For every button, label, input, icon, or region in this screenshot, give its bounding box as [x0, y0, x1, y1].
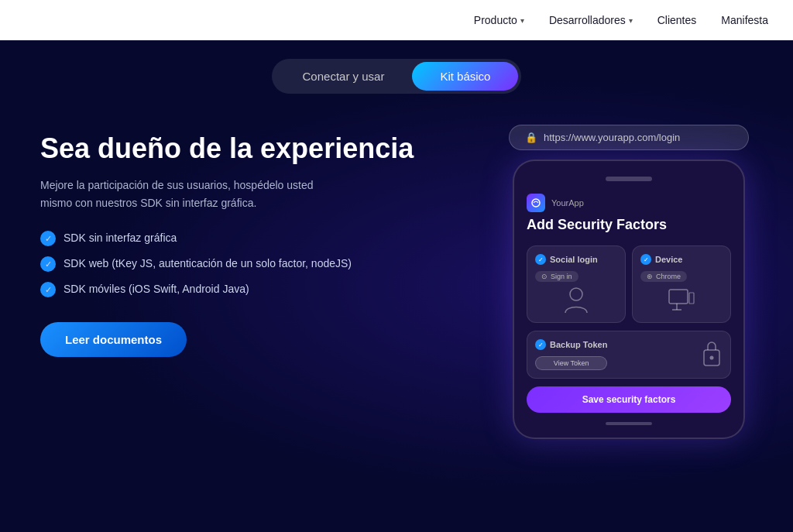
tab-conectar[interactable]: Conectar y usar	[275, 62, 413, 91]
view-token-button[interactable]: View Token	[535, 356, 607, 370]
hero-section: Sea dueño de la experiencia Mejore la pa…	[25, 125, 768, 439]
navbar: Producto ▾ Desarrolladores ▾ Clientes Ma…	[0, 0, 793, 40]
left-column: Sea dueño de la experiencia Mejore la pa…	[40, 125, 458, 357]
tab-kit-basico[interactable]: Kit básico	[412, 62, 518, 91]
phone-home-bar	[606, 422, 652, 425]
factor-check-icon: ✓	[535, 254, 546, 265]
svg-point-0	[532, 199, 540, 207]
tab-switcher: Conectar y usar Kit básico	[272, 59, 522, 94]
svg-point-1	[570, 288, 582, 300]
url-text: https://www.yourapp.com/login	[544, 132, 680, 143]
factor-grid: ✓ Social login ⊙ Sign in	[527, 245, 731, 323]
factor-title-social: Social login	[550, 255, 598, 264]
svg-point-7	[710, 356, 714, 360]
app-logo	[527, 194, 545, 212]
nav-item-clientes[interactable]: Clientes	[657, 14, 697, 26]
backup-left: ✓ Backup Token View Token	[535, 339, 607, 370]
nav-item-producto[interactable]: Producto ▾	[474, 14, 524, 26]
factor-icon-area-device	[640, 287, 723, 314]
factor-card-social: ✓ Social login ⊙ Sign in	[527, 245, 626, 323]
chevron-down-icon: ▾	[520, 16, 524, 25]
browser-bar: 🔒 https://www.yourapp.com/login	[509, 125, 749, 150]
phone-mockup: YourApp Add Security Factors ✓ Social lo…	[513, 160, 745, 439]
app-name-label: YourApp	[551, 198, 584, 208]
main-content: Conectar y usar Kit básico Sea dueño de …	[0, 40, 793, 532]
nav-item-desarrolladores[interactable]: Desarrolladores ▾	[549, 14, 633, 26]
right-column: 🔒 https://www.yourapp.com/login YourApp	[505, 125, 753, 439]
svg-rect-2	[669, 290, 688, 304]
chrome-icon: ⊛	[647, 273, 653, 280]
check-icon: ✓	[40, 231, 56, 246]
backup-title: Backup Token	[550, 340, 607, 349]
backup-check-icon: ✓	[535, 339, 546, 350]
cta-button[interactable]: Leer documentos	[40, 322, 187, 357]
factor-badge-social: ⊙ Sign in	[535, 271, 578, 282]
list-item: ✓ SDK móviles (iOS Swift, Android Java)	[40, 281, 458, 297]
app-header: YourApp	[527, 194, 731, 212]
factor-card-header: ✓ Social login	[535, 254, 617, 265]
backup-token-card: ✓ Backup Token View Token	[527, 331, 731, 379]
screen-title: Add Security Factors	[527, 217, 731, 233]
check-icon: ✓	[40, 256, 56, 272]
phone-notch	[606, 177, 652, 181]
features-list: ✓ SDK sin interfaz gráfica ✓ SDK web (tK…	[40, 230, 458, 297]
list-item: ✓ SDK web (tKey JS, autenticación de un …	[40, 256, 458, 272]
hero-subtitle: Mejore la participación de sus usuarios,…	[40, 177, 319, 211]
save-security-factors-button[interactable]: Save security factors	[527, 386, 731, 413]
hero-title: Sea dueño de la experiencia	[40, 132, 458, 164]
factor-badge-device: ⊛ Chrome	[640, 271, 687, 282]
check-icon: ✓	[40, 282, 56, 297]
factor-icon-area	[535, 287, 617, 314]
svg-rect-3	[689, 293, 694, 304]
nav-item-manifesta[interactable]: Manifesta	[721, 14, 768, 26]
backup-icon-area	[701, 339, 723, 370]
lock-icon: 🔒	[525, 132, 537, 143]
factor-title-device: Device	[655, 255, 682, 264]
factor-card-header-device: ✓ Device	[640, 254, 723, 265]
factor-check-icon: ✓	[640, 254, 651, 265]
list-item: ✓ SDK sin interfaz gráfica	[40, 230, 458, 246]
factor-card-device: ✓ Device ⊛ Chrome	[632, 245, 731, 323]
sign-in-icon: ⊙	[541, 273, 548, 280]
chevron-down-icon: ▾	[629, 16, 633, 25]
backup-header: ✓ Backup Token	[535, 339, 607, 350]
